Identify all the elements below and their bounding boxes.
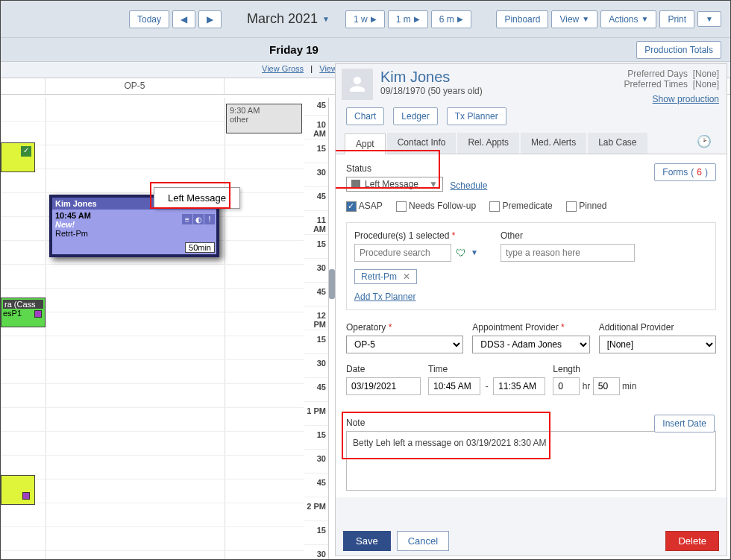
appt-status-icons: ≡ ◐ ! xyxy=(182,214,215,224)
other-reason-input[interactable] xyxy=(501,244,635,262)
cancel-button[interactable]: Cancel xyxy=(397,531,449,551)
hr-unit: hr xyxy=(583,381,591,391)
date-label: Date xyxy=(346,364,421,374)
caret-down-icon[interactable]: ▼ xyxy=(471,248,478,257)
schedule-link[interactable]: Schedule xyxy=(450,180,487,191)
color-swatch-icon xyxy=(22,492,30,500)
procedure-search-input[interactable] xyxy=(354,244,451,262)
pinned-checkbox[interactable] xyxy=(566,201,577,212)
addprovider-select[interactable]: [None] xyxy=(599,336,716,353)
patient-dob: 09/18/1970 (50 years old) xyxy=(380,86,483,96)
status-tooltip: Left Message xyxy=(154,187,240,209)
calendar-grid[interactable]: 9:30 AM other ✓ Kim Jones ≡ ◐ ! 10:45 AM… xyxy=(1,98,304,559)
addprovider-label: Additional Provider xyxy=(599,322,716,333)
tab-rel-appts[interactable]: Rel. Appts xyxy=(457,133,519,154)
range-6m-button[interactable]: 6 m ▶ xyxy=(431,10,471,28)
caret-down-icon: ▼ xyxy=(429,179,438,189)
avatar xyxy=(342,69,373,100)
view-dropdown[interactable]: View ▼ xyxy=(551,10,597,28)
top-toolbar: Today ◀ ▶ March 2021▼ 1 w ▶ 1 m ▶ 6 m ▶ … xyxy=(1,1,730,38)
status-value: Left Message xyxy=(365,179,418,189)
alert-icon: ! xyxy=(204,214,215,224)
prev-button[interactable]: ◀ xyxy=(172,10,195,28)
color-swatch-icon xyxy=(34,310,42,318)
pref-times-value: [None] xyxy=(693,79,719,89)
today-button[interactable]: Today xyxy=(129,10,169,28)
panel-header: Kim Jones 09/18/1970 (50 years old) Pref… xyxy=(336,64,727,104)
show-production-link[interactable]: Show production xyxy=(653,94,719,104)
ledger-button[interactable]: Ledger xyxy=(393,107,437,125)
tab-med-alerts[interactable]: Med. Alerts xyxy=(521,133,586,154)
note-textarea[interactable]: Betty Leh left a message on 03/19/2021 8… xyxy=(346,431,716,491)
length-hr-input[interactable] xyxy=(553,377,580,395)
procedure-chip[interactable]: Retrt-Pm ✕ xyxy=(354,269,417,284)
patient-name[interactable]: Kim Jones xyxy=(380,69,483,86)
scrollbar-thumb[interactable] xyxy=(329,269,335,299)
panel-tabs: Appt Contact Info Rel. Appts Med. Alerts… xyxy=(336,128,727,154)
status-label: Status xyxy=(346,163,716,174)
history-icon[interactable]: 🕑 xyxy=(697,134,712,148)
add-txplanner-link[interactable]: Add Tx Planner xyxy=(354,292,416,302)
caret-down-icon: ▼ xyxy=(322,15,330,23)
premed-label: Premedicate xyxy=(502,201,552,211)
appt-label: other xyxy=(230,115,298,124)
start-time-input[interactable] xyxy=(428,377,480,395)
appointment-green[interactable]: ra (Cass esP1 xyxy=(1,298,46,327)
operatory-select[interactable]: OP-5 xyxy=(346,336,463,353)
time-ruler: 45 10 AM 15 30 45 11 AM 15 30 45 12 PM 1… xyxy=(304,98,328,559)
status-dropdown[interactable]: Left Message ▼ xyxy=(346,177,443,192)
print-button[interactable]: Print xyxy=(659,10,694,28)
note-icon: ≡ xyxy=(182,214,192,224)
asap-label: ASAP xyxy=(359,201,383,211)
tab-contact[interactable]: Contact Info xyxy=(387,133,457,154)
premed-checkbox[interactable] xyxy=(489,201,500,212)
flag-icon: ◐ xyxy=(193,214,204,224)
followup-checkbox[interactable] xyxy=(396,201,407,212)
appt-duration: 50min xyxy=(185,242,215,253)
save-button[interactable]: Save xyxy=(343,531,391,551)
chip-label: Retrt-Pm xyxy=(361,271,397,282)
appointment-panel: Kim Jones 09/18/1970 (50 years old) Pref… xyxy=(335,63,727,556)
next-button[interactable]: ▶ xyxy=(198,10,222,28)
appointment-yellow-1[interactable]: ✓ xyxy=(1,142,35,172)
appointment-grey[interactable]: 9:30 AM other xyxy=(226,104,302,133)
panel-footer: Save Cancel Delete xyxy=(343,531,719,551)
column-op5: OP-5 xyxy=(46,78,225,94)
pinboard-button[interactable]: Pinboard xyxy=(496,10,548,28)
appt-form: Forms (6) Status Left Message ▼ Schedule… xyxy=(336,154,727,497)
delete-button[interactable]: Delete xyxy=(665,531,719,551)
insert-date-button[interactable]: Insert Date xyxy=(654,415,715,432)
chevron-right-icon: ▶ xyxy=(207,14,213,25)
pinned-label: Pinned xyxy=(579,201,606,211)
actions-dropdown[interactable]: Actions ▼ xyxy=(600,10,656,28)
appt-procedure: Retrt-Pm xyxy=(55,229,213,238)
asap-checkbox[interactable] xyxy=(346,201,357,212)
tab-appt[interactable]: Appt xyxy=(345,133,386,154)
operatory-label: Operatory xyxy=(346,322,463,333)
calendar-grid-area: 9:30 AM other ✓ Kim Jones ≡ ◐ ! 10:45 AM… xyxy=(1,98,329,559)
length-min-input[interactable] xyxy=(593,377,620,395)
provider-select[interactable]: DDS3 - Adam Jones xyxy=(472,336,589,353)
appointment-yellow-2[interactable] xyxy=(1,475,35,505)
end-time-input[interactable] xyxy=(493,377,545,395)
pref-days-value: [None] xyxy=(693,69,719,79)
tab-lab-case[interactable]: Lab Case xyxy=(588,133,647,154)
range-1w-button[interactable]: 1 w ▶ xyxy=(345,10,385,28)
chip-remove-icon[interactable]: ✕ xyxy=(403,271,410,282)
chart-button[interactable]: Chart xyxy=(346,107,384,125)
pref-times-label: Preferred Times xyxy=(624,79,688,89)
person-icon xyxy=(346,73,368,95)
print-dropdown[interactable]: ▼ xyxy=(697,11,721,27)
range-1m-button[interactable]: 1 m ▶ xyxy=(388,10,428,28)
production-totals-button[interactable]: Production Totals xyxy=(636,41,721,59)
view-gross-link[interactable]: View Gross xyxy=(262,64,304,73)
other-label: Other xyxy=(501,230,635,241)
procedures-label: Procedure(s) 1 selected * xyxy=(354,230,478,241)
flag-checkboxes: ASAP Needs Follow-up Premedicate Pinned xyxy=(346,201,716,212)
date-bar: Friday 19 Production Totals xyxy=(1,38,730,62)
txplanner-button[interactable]: Tx Planner xyxy=(447,107,506,125)
month-selector[interactable]: March 2021▼ xyxy=(238,7,339,31)
date-input[interactable] xyxy=(346,377,421,395)
chevron-left-icon: ◀ xyxy=(181,14,187,25)
shield-icon[interactable]: 🛡 xyxy=(456,247,466,259)
